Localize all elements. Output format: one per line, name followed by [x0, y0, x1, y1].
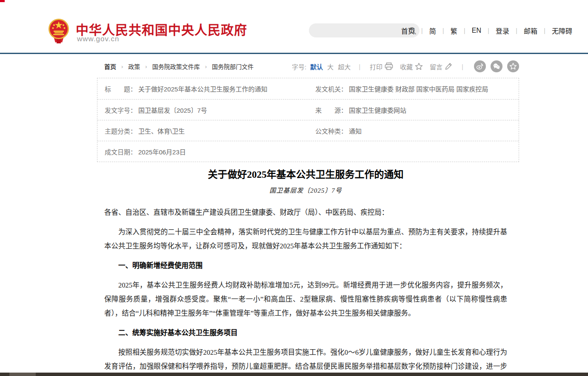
meta-doc-number-cell: 发文字号： 国卫基层发〔2025〕7号: [97, 100, 308, 120]
breadcrumb-toolbar-row: 首页 › 政策 › 国务院政策文件库 › 国务院部门文件 字号: 默认 大 超大…: [97, 60, 519, 73]
meta-issuing-agency-cell: 发文机关： 国家卫生健康委 财政部 国家中医药局 国家疾控局: [308, 78, 519, 99]
wechat-share-icon[interactable]: [491, 60, 502, 72]
chevron-right-icon: ›: [121, 63, 123, 70]
site-url: www.gov.cn: [77, 35, 119, 43]
toolbar-separator: |: [462, 63, 463, 70]
national-emblem-icon: [48, 18, 70, 44]
nav-separator: ｜: [419, 26, 425, 35]
breadcrumb-policy-library[interactable]: 国务院政策文件库: [152, 62, 200, 71]
meta-label: 公文种类：: [315, 126, 347, 135]
printer-icon: [385, 63, 393, 70]
meta-value: 关于做好2025年基本公共卫生服务工作的通知: [138, 84, 267, 93]
breadcrumb-home[interactable]: 首页: [104, 62, 116, 71]
fontsize-large-button[interactable]: 大: [327, 62, 334, 71]
meta-label: 发文字号：: [105, 105, 137, 114]
fontsize-xlarge-button[interactable]: 超大: [338, 62, 351, 71]
paragraph-section-2: 按照相关服务规范切实做好2025年基本公共卫生服务项目实施工作。强化0～6岁儿童…: [104, 345, 507, 376]
search-input[interactable]: [309, 23, 405, 37]
meta-date-cell: 成文日期： 2025年06月23日: [97, 141, 308, 162]
corner-mark: [0, 0, 5, 2]
nav-separator: ｜: [485, 26, 491, 35]
meta-value: 国家卫生健康委 财政部 国家中医药局 国家疾控局: [349, 84, 488, 93]
meta-source-cell: 来 源： 国家卫生健康委网站: [308, 100, 519, 120]
pencil-icon: [445, 63, 452, 70]
meta-label: 发文机关：: [315, 84, 347, 93]
nav-home[interactable]: 首页: [401, 26, 415, 36]
print-button[interactable]: 打印: [370, 62, 393, 71]
chevron-right-icon: ›: [145, 63, 147, 70]
meta-value: 通知: [349, 126, 362, 135]
nav-separator: ｜: [514, 26, 519, 35]
favorite-label: 收藏: [400, 62, 413, 71]
nav-separator: ｜: [462, 26, 468, 35]
document-content: 关于做好2025年基本公共卫生服务工作的通知 国卫基层发〔2025〕7号 各省、…: [97, 168, 519, 376]
meta-value: 卫生、体育\卫生: [138, 126, 185, 135]
meta-label: 标 题：: [105, 84, 137, 93]
breadcrumb-policy[interactable]: 政策: [128, 62, 140, 71]
document-title: 关于做好2025年基本公共卫生服务工作的通知: [104, 168, 507, 181]
meta-category-cell: 主题分类： 卫生、体育\卫生: [97, 120, 308, 141]
meta-value: 国家卫生健康委网站: [349, 105, 406, 114]
meta-label: 成文日期：: [105, 147, 137, 156]
chevron-right-icon: ›: [205, 63, 207, 70]
bottom-bar-segment: [9, 373, 36, 376]
toolbar-separator: |: [359, 63, 360, 70]
fontsize-default-button[interactable]: 默认: [310, 62, 323, 71]
star-icon: [415, 63, 423, 70]
site-header: 中华人民共和国中央人民政府 www.gov.cn 首页｜ 简｜ 繁｜ EN｜ 登…: [0, 0, 588, 53]
meta-row: 标 题： 关于做好2025年基本公共卫生服务工作的通知 发文机关： 国家卫生健康…: [97, 78, 519, 99]
comment-label: 留言: [430, 62, 442, 71]
meta-label: 主题分类：: [105, 126, 137, 135]
paragraph-salutation: 各省、自治区、直辖市及新疆生产建设兵团卫生健康委、财政厅（局）、中医药局、疾控局…: [104, 205, 507, 219]
bottom-bar: [0, 373, 588, 376]
meta-row: 发文字号： 国卫基层发〔2025〕7号 来 源： 国家卫生健康委网站: [97, 99, 519, 120]
paragraph-section-1: 2025年，基本公共卫生服务经费人均财政补助标准增加5元，达到99元。新增经费用…: [104, 278, 507, 320]
meta-value: 国卫基层发〔2025〕7号: [138, 105, 207, 114]
section-heading-1: 一、明确新增经费使用范围: [104, 259, 507, 273]
weibo-share-icon[interactable]: [474, 60, 486, 72]
comment-button[interactable]: 留言: [430, 62, 452, 71]
fontsize-label: 字号:: [292, 62, 306, 71]
nav-separator: ｜: [542, 26, 548, 35]
document-meta-table: 标 题： 关于做好2025年基本公共卫生服务工作的通知 发文机关： 国家卫生健康…: [97, 78, 519, 162]
meta-row: 成文日期： 2025年06月23日: [97, 141, 519, 162]
nav-separator: ｜: [440, 26, 446, 35]
meta-row: 主题分类： 卫生、体育\卫生 公文种类： 通知: [97, 120, 519, 141]
document-body: 各省、自治区、直辖市及新疆生产建设兵团卫生健康委、财政厅（局）、中医药局、疾控局…: [104, 205, 507, 376]
section-heading-2: 二、统筹实施好基本公共卫生服务项目: [104, 326, 507, 340]
meta-label: 来 源：: [315, 105, 347, 114]
nav-traditional[interactable]: 繁: [451, 26, 457, 36]
qzone-share-icon[interactable]: [507, 60, 519, 72]
breadcrumb: 首页 › 政策 › 国务院政策文件库 › 国务院部门文件: [104, 62, 254, 71]
nav-english[interactable]: EN: [472, 27, 481, 34]
page-toolbar: 字号: 默认 大 超大 | 打印 收藏 留言 |: [292, 60, 519, 72]
nav-simplified[interactable]: 简: [429, 26, 436, 36]
meta-empty-cell: [308, 141, 519, 162]
meta-value: 2025年06月23日: [138, 147, 186, 156]
header-divider: [0, 53, 588, 54]
favorite-button[interactable]: 收藏: [400, 62, 423, 71]
nav-accessibility[interactable]: 无障碍: [552, 26, 572, 36]
meta-title-cell: 标 题： 关于做好2025年基本公共卫生服务工作的通知: [97, 78, 308, 99]
breadcrumb-department-docs[interactable]: 国务院部门文件: [212, 62, 254, 71]
nav-mail[interactable]: 邮箱: [524, 26, 537, 36]
meta-doc-type-cell: 公文种类： 通知: [308, 120, 519, 141]
document-number: 国卫基层发〔2025〕7号: [104, 185, 507, 194]
print-label: 打印: [370, 62, 382, 71]
paragraph-intro: 为深入贯彻党的二十届三中全会精神，落实新时代党的卫生与健康工作方针中以基层为重点…: [104, 225, 507, 253]
nav-login[interactable]: 登录: [496, 26, 509, 36]
top-nav: 首页｜ 简｜ 繁｜ EN｜ 登录｜ 邮箱｜ 无障碍: [401, 26, 572, 36]
